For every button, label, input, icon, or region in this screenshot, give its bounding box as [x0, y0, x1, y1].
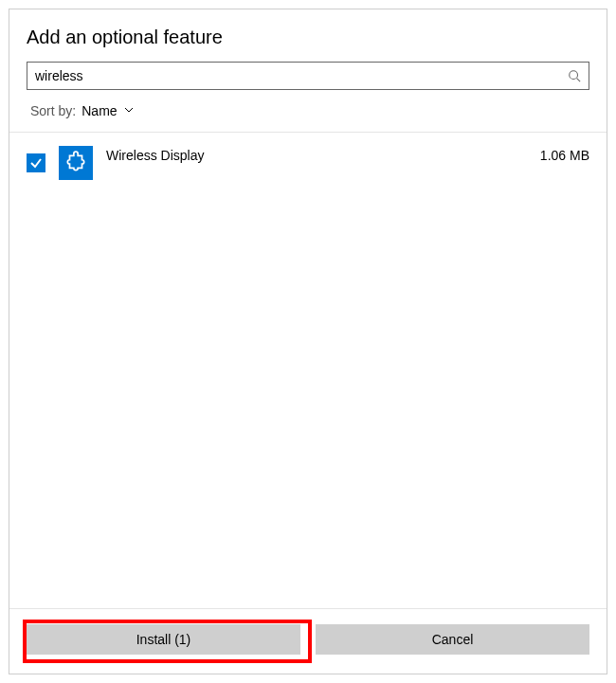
- svg-line-1: [577, 79, 581, 82]
- install-button[interactable]: Install (1): [27, 624, 300, 655]
- search-box[interactable]: [27, 62, 589, 90]
- dialog-footer: Install (1) Cancel: [9, 608, 607, 674]
- dialog-title: Add an optional feature: [27, 27, 589, 48]
- feature-checkbox[interactable]: [27, 153, 45, 172]
- puzzle-icon: [59, 146, 93, 180]
- dialog-header: Add an optional feature Sort by: Name: [9, 9, 607, 132]
- chevron-down-icon: [123, 103, 135, 118]
- feature-size: 1.06 MB: [540, 146, 589, 163]
- search-input[interactable]: [35, 68, 568, 83]
- sort-by-value: Name: [82, 103, 117, 118]
- search-icon: [568, 69, 581, 82]
- svg-point-0: [570, 71, 578, 80]
- feature-name: Wireless Display: [106, 146, 527, 163]
- feature-item[interactable]: Wireless Display 1.06 MB: [27, 146, 589, 180]
- cancel-button[interactable]: Cancel: [316, 624, 589, 655]
- sort-by-label: Sort by:: [30, 103, 76, 118]
- add-optional-feature-dialog: Add an optional feature Sort by: Name: [9, 9, 607, 674]
- feature-list: Wireless Display 1.06 MB: [9, 133, 607, 608]
- sort-by-dropdown[interactable]: Sort by: Name: [27, 103, 589, 132]
